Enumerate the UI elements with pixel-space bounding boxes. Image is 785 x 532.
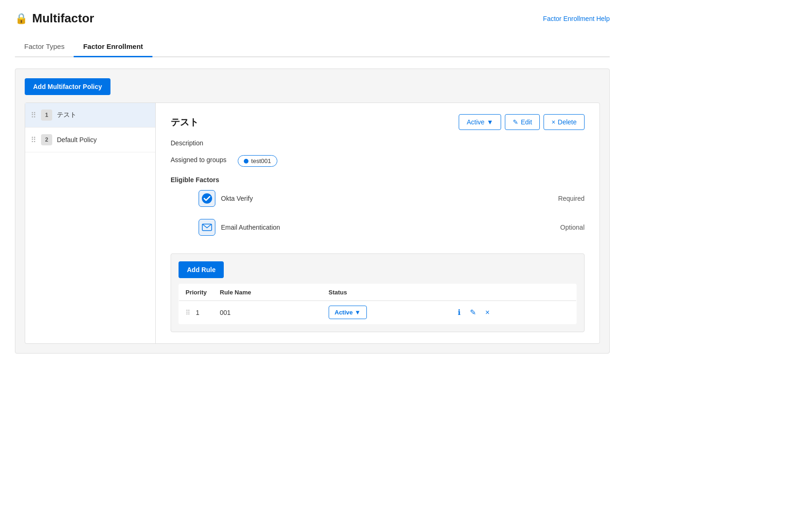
policy-list: ⠿ 1 テスト ⠿ 2 Default Policy bbox=[25, 103, 156, 343]
rule-name-cell: 001 bbox=[213, 301, 322, 324]
email-auth-icon bbox=[199, 219, 215, 236]
tab-factor-enrollment[interactable]: Factor Enrollment bbox=[74, 37, 152, 57]
group-badge-name: test001 bbox=[251, 157, 271, 164]
assigned-groups-field: Assigned to groups test001 bbox=[171, 155, 585, 167]
drag-handle-2: ⠿ bbox=[31, 136, 36, 144]
policy-detail: テスト Active ▼ ✎ Edit × Delete bbox=[156, 103, 599, 343]
drag-handle-1: ⠿ bbox=[31, 111, 36, 120]
rule-status-label: Active bbox=[335, 309, 353, 316]
eligible-factors-section: Eligible Factors Okta Verify Requi bbox=[171, 176, 585, 242]
active-status-label: Active bbox=[467, 118, 484, 126]
policy-name-1: テスト bbox=[57, 111, 76, 119]
okta-verify-requirement: Required bbox=[547, 195, 585, 202]
email-auth-name: Email Authentication bbox=[221, 224, 542, 231]
policy-item-2[interactable]: ⠿ 2 Default Policy bbox=[25, 128, 155, 152]
active-status-button[interactable]: Active ▼ bbox=[459, 114, 501, 130]
tab-factor-types[interactable]: Factor Types bbox=[15, 37, 74, 57]
delete-label: Delete bbox=[558, 118, 577, 126]
eligible-factors-label: Eligible Factors bbox=[171, 176, 585, 184]
okta-verify-name: Okta Verify bbox=[221, 195, 542, 202]
factor-item-email-auth: Email Authentication Optional bbox=[199, 219, 585, 236]
th-actions bbox=[448, 284, 576, 301]
policy-item-1[interactable]: ⠿ 1 テスト bbox=[25, 103, 155, 128]
policy-detail-header: テスト Active ▼ ✎ Edit × Delete bbox=[171, 114, 585, 130]
table-row: ⠿ 1 001 Active ▼ bbox=[179, 301, 577, 324]
active-dropdown-icon: ▼ bbox=[487, 118, 493, 126]
edit-policy-button[interactable]: ✎ Edit bbox=[505, 114, 540, 130]
page-title: Multifactor bbox=[32, 11, 94, 26]
factor-enrollment-help-link[interactable]: Factor Enrollment Help bbox=[543, 15, 610, 22]
rule-delete-button[interactable]: × bbox=[482, 307, 493, 319]
rules-section: Add Rule Priority Rule Name Status bbox=[171, 253, 585, 332]
rule-drag-handle: ⠿ bbox=[186, 309, 190, 316]
rule-status-cell: Active ▼ bbox=[322, 301, 448, 324]
svg-point-0 bbox=[202, 193, 212, 204]
delete-policy-button[interactable]: × Delete bbox=[544, 114, 585, 130]
edit-pencil-icon: ✎ bbox=[513, 118, 518, 126]
title-area: 🔒 Multifactor bbox=[15, 11, 94, 26]
rule-status-dropdown-icon: ▼ bbox=[355, 309, 361, 316]
th-rule-name: Rule Name bbox=[213, 284, 322, 301]
group-badge-test001[interactable]: test001 bbox=[238, 155, 277, 167]
policy-list-empty-space bbox=[25, 152, 155, 227]
delete-cross-icon: × bbox=[551, 118, 555, 126]
factor-item-okta-verify: Okta Verify Required bbox=[199, 190, 585, 207]
rules-table-header: Priority Rule Name Status bbox=[179, 284, 577, 301]
policy-num-2: 2 bbox=[41, 134, 52, 145]
rule-actions-cell: ℹ ✎ × bbox=[448, 301, 576, 324]
group-badge-dot bbox=[244, 159, 248, 164]
rule-priority-cell: ⠿ 1 bbox=[179, 301, 213, 324]
page-header: 🔒 Multifactor Factor Enrollment Help bbox=[15, 11, 610, 26]
policy-layout: ⠿ 1 テスト ⠿ 2 Default Policy テスト bbox=[25, 102, 600, 344]
policy-name-2: Default Policy bbox=[57, 136, 97, 143]
rule-edit-button[interactable]: ✎ bbox=[466, 306, 480, 319]
tabs: Factor Types Factor Enrollment bbox=[15, 37, 610, 57]
policy-num-1: 1 bbox=[41, 109, 52, 121]
detail-actions: Active ▼ ✎ Edit × Delete bbox=[459, 114, 585, 130]
okta-verify-icon bbox=[199, 190, 215, 207]
rule-info-button[interactable]: ℹ bbox=[454, 306, 464, 319]
edit-label: Edit bbox=[521, 118, 532, 126]
assigned-groups-label: Assigned to groups bbox=[171, 156, 227, 164]
email-auth-requirement: Optional bbox=[547, 224, 585, 231]
add-multifactor-policy-button[interactable]: Add Multifactor Policy bbox=[25, 78, 110, 95]
th-status: Status bbox=[322, 284, 448, 301]
main-content: Add Multifactor Policy ⠿ 1 テスト ⠿ 2 Defau… bbox=[15, 68, 610, 354]
th-priority: Priority bbox=[179, 284, 213, 301]
add-rule-button[interactable]: Add Rule bbox=[179, 261, 224, 278]
description-field: Description bbox=[171, 139, 585, 147]
rule-active-status-button[interactable]: Active ▼ bbox=[329, 306, 367, 319]
description-label: Description bbox=[171, 139, 585, 147]
lock-icon: 🔒 bbox=[15, 13, 28, 25]
policy-detail-title: テスト bbox=[171, 116, 199, 129]
rules-table: Priority Rule Name Status ⠿ 1 bbox=[179, 284, 577, 324]
rule-action-buttons: ℹ ✎ × bbox=[454, 306, 570, 319]
rule-priority-value: 1 bbox=[196, 309, 200, 316]
